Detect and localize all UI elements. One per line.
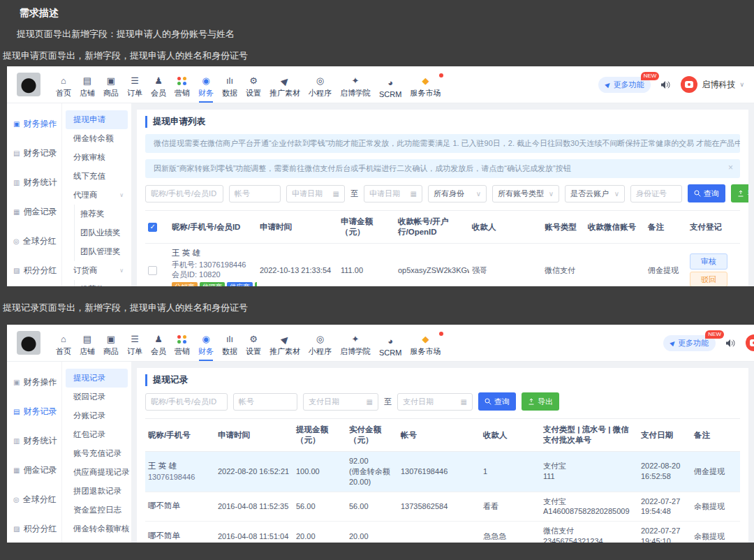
submenu-item-label: 红包记录 — [73, 429, 105, 440]
submenu-item[interactable]: 分账审核 ∨ — [66, 148, 128, 167]
submenu-item[interactable]: 分账记录 ∨ — [66, 406, 128, 425]
submenu-item[interactable]: 驳回记录 ∨ — [66, 388, 128, 406]
id-number-input[interactable]: 身份证号 — [630, 185, 682, 202]
nav-item[interactable]: ✦ 启博学院 — [336, 329, 375, 361]
close-icon[interactable]: × — [728, 163, 733, 172]
apply-time: 2022-10-13 21:33:54 — [257, 244, 338, 287]
sidebar-item[interactable]: ▨ 积分分红 — [7, 256, 61, 285]
speaker-icon[interactable] — [660, 80, 671, 89]
submenu-item[interactable]: 代理商 ∨ — [66, 186, 128, 205]
submenu-item[interactable]: 线下充值 ∨ — [66, 167, 128, 186]
sidebar-item[interactable]: ▣ 财务操作 — [7, 109, 61, 138]
export-icon — [737, 190, 744, 197]
col-header: 收款微信账号 — [585, 211, 645, 244]
nav-item[interactable]: ⌂ 首页 — [52, 71, 75, 103]
cloud-account-select[interactable]: 是否云账户∨ — [565, 185, 625, 202]
submenu-item[interactable]: 拼团退款记录 ∨ — [66, 482, 128, 501]
submenu-item[interactable]: 红包记录 ∨ — [66, 425, 128, 444]
sidebar-item[interactable]: ◎ 全球分红 — [7, 485, 61, 514]
submenu-item[interactable]: 佣金转余额审核 ∨ — [66, 520, 128, 538]
select-all-checkbox[interactable] — [148, 223, 157, 232]
account-menu[interactable]: 启博科技 ∨ — [746, 334, 754, 351]
nav-item[interactable]: ◎ 小程序 — [304, 71, 336, 103]
nav-item[interactable]: ▶ 推广素材 — [265, 71, 304, 103]
nav-item[interactable]: ◎ 小程序 — [304, 329, 336, 361]
sidebar-item[interactable]: ▤ 财务记录 — [7, 138, 61, 168]
submenu-item[interactable]: 团队管理奖 ∨ — [74, 242, 128, 261]
sidebar-item[interactable]: ▣ 财务操作 — [7, 367, 61, 397]
sidebar-item[interactable]: ▦ 佣金记录 — [7, 197, 61, 226]
submenu-item[interactable]: 提现记录 ∨ — [66, 369, 128, 388]
nav-item[interactable]: ▤ 店铺 — [75, 329, 99, 361]
submenu-item[interactable]: 推荐奖 ∨ — [74, 280, 128, 286]
account-input[interactable]: 帐号 — [229, 185, 281, 202]
account-menu[interactable]: 启博科技 ∨ — [681, 76, 744, 93]
col-header: 支付登记 — [687, 211, 740, 244]
submenu-item-label: 提现记录 — [73, 373, 105, 383]
submenu-item[interactable]: 团队业绩奖 ∨ — [74, 223, 128, 242]
speaker-icon[interactable] — [725, 339, 736, 348]
nav-item[interactable]: ♟ 会员 — [147, 71, 170, 103]
audit-button[interactable]: 审核 — [690, 253, 727, 270]
search-button[interactable]: 查询 — [478, 392, 516, 411]
nav-item[interactable]: ◉ 财务 — [194, 329, 218, 361]
nav-item[interactable]: 营销 — [170, 71, 194, 103]
submenu-item[interactable]: 推荐奖 ∨ — [74, 205, 128, 223]
export-button[interactable]: 导出 — [731, 184, 748, 202]
date-to-input[interactable]: 申请日期▦ — [364, 185, 422, 202]
submenu-item[interactable]: 提现申请 ∨ — [66, 110, 128, 129]
nav-item[interactable]: ⚙ 设置 — [242, 71, 265, 103]
date-from-input[interactable]: 申请日期▦ — [286, 185, 345, 202]
submenu-item[interactable]: 账号充值记录 ∨ — [66, 444, 128, 463]
submenu-item[interactable]: 通联分账记录 ∨ — [66, 538, 128, 543]
export-button[interactable]: 导出 — [522, 392, 559, 411]
submenu-item-label: 代理商 — [73, 190, 98, 200]
nav-item[interactable]: ılı 数据 — [218, 329, 242, 361]
nav-item[interactable]: ▣ 商品 — [99, 329, 123, 361]
nav-item[interactable]: ◕ SCRM — [375, 73, 406, 103]
close-icon[interactable]: × — [728, 138, 733, 147]
member-name: 哪不简单 — [148, 531, 212, 542]
sidebar-item[interactable]: ▤ 财务记录 — [7, 397, 61, 426]
sidebar-item[interactable]: ▥ 财务统计 — [7, 426, 61, 455]
more-features-button[interactable]: ▶ 更多功能 NEW — [663, 335, 716, 351]
submenu-item[interactable]: 资金监控日志 ∨ — [66, 501, 128, 520]
submenu-item-label: 团队管理奖 — [80, 246, 121, 257]
search-button[interactable]: 查询 — [688, 184, 725, 202]
nav-item[interactable]: ▣ 商品 — [99, 71, 123, 103]
more-features-button[interactable]: ▶ 更多功能 NEW — [598, 77, 651, 93]
screenshot-withdraw-records: ⌂ 首页 ▤ 店铺 ▣ 商品 — [7, 325, 754, 543]
submenu-item[interactable]: 供应商提现记录 ∨ — [66, 463, 128, 482]
account-input[interactable]: 帐号 — [233, 393, 297, 411]
submenu-item[interactable]: 佣金转余额 ∨ — [66, 129, 128, 148]
nav-item[interactable]: ◕ SCRM — [375, 331, 406, 361]
sidebar-item-icon: ▦ — [13, 208, 20, 216]
sidebar-item[interactable]: ▥ 财务统计 — [7, 168, 61, 197]
nav-item[interactable]: ⌂ 首页 — [52, 329, 75, 361]
nav-item[interactable]: ☰ 订单 — [123, 71, 147, 103]
nav-item[interactable]: ☰ 订单 — [123, 329, 147, 361]
date-to-input[interactable]: 支付日期▦ — [397, 393, 473, 411]
identity-select[interactable]: 所有身份∨ — [428, 185, 487, 202]
reject-button[interactable]: 驳回 — [690, 272, 727, 287]
keyword-input[interactable]: 昵称/手机号/会员ID — [145, 185, 223, 202]
sidebar-item[interactable]: ◎ 全球分红 — [7, 226, 61, 256]
keyword-input[interactable]: 昵称/手机号/会员ID — [145, 393, 228, 411]
nav-item[interactable]: ◆ 服务市场 — [406, 71, 445, 103]
account-type-select[interactable]: 所有账号类型∨ — [492, 185, 559, 202]
finance-icon: ◉ — [202, 334, 209, 344]
nav-item[interactable]: 营销 — [170, 329, 194, 361]
nav-item[interactable]: ılı 数据 — [218, 71, 242, 103]
nav-item[interactable]: ✦ 启博学院 — [336, 71, 375, 103]
nav-item[interactable]: ▤ 店铺 — [75, 71, 99, 103]
date-from-input[interactable]: 支付日期▦ — [303, 393, 378, 411]
submenu-item[interactable]: 订货商 ∨ — [66, 261, 128, 280]
sidebar-item[interactable]: ▦ 佣金记录 — [7, 455, 61, 485]
nav-item[interactable]: ⚙ 设置 — [242, 329, 265, 361]
nav-item[interactable]: ▶ 推广素材 — [265, 329, 304, 361]
sidebar-item[interactable]: ▨ 积分分红 — [7, 514, 61, 543]
nav-item[interactable]: ♟ 会员 — [147, 329, 170, 361]
nav-item[interactable]: ◉ 财务 — [194, 71, 218, 103]
row-checkbox[interactable] — [148, 266, 157, 275]
nav-item[interactable]: ◆ 服务市场 — [406, 329, 445, 361]
